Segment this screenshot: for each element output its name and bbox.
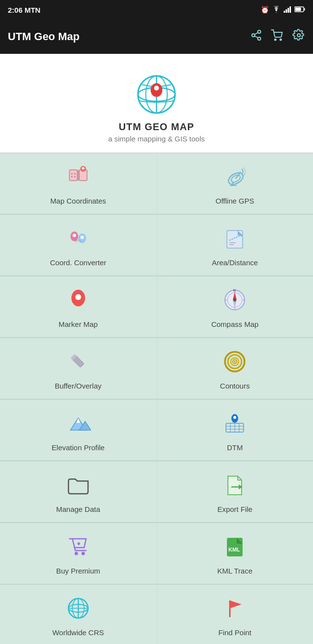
- worldwide-crs-label: Worldwide CRS: [52, 628, 104, 637]
- compass-map-icon: N: [222, 287, 247, 316]
- svg-point-29: [74, 176, 75, 178]
- svg-rect-1: [286, 9, 287, 13]
- svg-point-48: [75, 294, 81, 300]
- grid-item-elevation-profile[interactable]: Elevation Profile: [0, 400, 156, 461]
- svg-point-12: [275, 39, 276, 41]
- svg-point-20: [154, 86, 159, 91]
- kml-trace-icon: KML: [222, 534, 247, 563]
- grid-item-buffer-overlay[interactable]: Buffer/Overlay: [0, 338, 156, 399]
- svg-point-41: [79, 241, 81, 242]
- battery-icon: [294, 6, 305, 14]
- grid-menu: Map Coordinates Offline GPS: [0, 153, 313, 644]
- grid-item-manage-data[interactable]: Manage Data: [0, 461, 156, 523]
- coord-converter-icon: [66, 226, 91, 254]
- svg-point-27: [74, 173, 75, 175]
- alarm-icon: ⏰: [261, 6, 269, 14]
- offline-gps-label: Offline GPS: [216, 197, 254, 205]
- grid-item-dtm[interactable]: DTM: [157, 400, 313, 461]
- svg-text:KML: KML: [228, 547, 240, 552]
- svg-line-10: [255, 36, 258, 38]
- elevation-profile-label: Elevation Profile: [52, 443, 105, 452]
- worldwide-crs-icon: [66, 596, 91, 624]
- svg-point-25: [82, 167, 84, 170]
- grid-item-offline-gps[interactable]: Offline GPS: [157, 153, 313, 214]
- svg-rect-6: [295, 8, 301, 11]
- svg-point-36: [72, 234, 76, 237]
- contours-icon: [222, 349, 247, 378]
- marker-map-label: Marker Map: [59, 320, 98, 328]
- export-file-icon: [222, 472, 247, 501]
- app-bar-actions: [250, 29, 305, 45]
- svg-point-53: [233, 299, 236, 301]
- status-bar: 2:06 MTN ⏰: [0, 0, 313, 20]
- svg-rect-2: [288, 8, 289, 13]
- svg-point-28: [71, 176, 72, 178]
- buy-premium-icon: [66, 534, 91, 563]
- dtm-label: DTM: [227, 443, 243, 452]
- svg-point-78: [233, 416, 236, 419]
- svg-point-39: [77, 240, 79, 241]
- contours-label: Contours: [220, 382, 250, 390]
- grid-item-coord-converter[interactable]: Coord. Converter: [0, 215, 156, 276]
- svg-point-14: [297, 34, 300, 37]
- grid-item-worldwide-crs[interactable]: Worldwide CRS: [0, 585, 156, 644]
- app-name: UTM GEO MAP: [119, 121, 194, 133]
- dtm-icon: [222, 411, 247, 439]
- grid-item-contours[interactable]: Contours: [157, 338, 313, 399]
- grid-item-export-file[interactable]: Export File: [157, 461, 313, 523]
- area-distance-icon: [222, 226, 247, 254]
- svg-point-26: [71, 173, 72, 175]
- grid-item-find-point[interactable]: Find Point: [157, 585, 313, 644]
- offline-gps-icon: [222, 164, 247, 193]
- settings-icon[interactable]: [292, 29, 305, 45]
- app-subtitle: a simple mapping & GIS tools: [108, 135, 205, 143]
- manage-data-icon: [66, 472, 91, 501]
- manage-data-label: Manage Data: [56, 505, 100, 513]
- cart-icon[interactable]: [271, 29, 284, 44]
- app-logo: [132, 68, 181, 116]
- export-file-label: Export File: [217, 505, 252, 513]
- app-bar: UTM Geo Map: [0, 20, 313, 54]
- svg-line-11: [255, 33, 258, 35]
- svg-point-67: [234, 361, 236, 363]
- grid-item-kml-trace[interactable]: KML KML Trace: [157, 523, 313, 584]
- grid-item-marker-map[interactable]: Marker Map: [0, 276, 156, 338]
- svg-point-81: [74, 552, 78, 555]
- map-coordinates-label: Map Coordinates: [50, 197, 106, 205]
- area-distance-label: Area/Distance: [212, 258, 258, 267]
- buy-premium-label: Buy Premium: [56, 567, 100, 575]
- map-coordinates-icon: [66, 164, 91, 193]
- grid-item-buy-premium[interactable]: Buy Premium: [0, 523, 156, 584]
- signal-icon: [284, 6, 291, 14]
- compass-map-label: Compass Map: [211, 320, 259, 328]
- wifi-icon: [272, 6, 281, 14]
- coord-converter-label: Coord. Converter: [50, 258, 106, 267]
- elevation-profile-icon: [66, 411, 91, 439]
- grid-item-area-distance[interactable]: Area/Distance: [157, 215, 313, 276]
- buffer-overlay-icon: [66, 349, 91, 378]
- buffer-overlay-label: Buffer/Overlay: [55, 382, 102, 390]
- status-time: 2:06 MTN: [8, 6, 41, 14]
- find-point-label: Find Point: [218, 628, 251, 637]
- find-point-icon: [222, 596, 247, 624]
- kml-trace-label: KML Trace: [217, 567, 252, 575]
- svg-marker-93: [230, 600, 242, 608]
- header-banner: UTM GEO MAP a simple mapping & GIS tools: [0, 54, 313, 153]
- svg-point-38: [80, 236, 84, 239]
- svg-rect-0: [284, 11, 285, 13]
- app-bar-title: UTM Geo Map: [8, 30, 80, 43]
- svg-point-40: [75, 241, 77, 242]
- grid-item-map-coordinates[interactable]: Map Coordinates: [0, 153, 156, 214]
- status-icons: ⏰: [261, 6, 305, 14]
- svg-point-82: [81, 552, 85, 555]
- svg-rect-5: [304, 8, 305, 11]
- svg-rect-3: [290, 6, 291, 13]
- svg-rect-21: [69, 170, 77, 181]
- grid-item-compass-map[interactable]: N Compass Map: [157, 276, 313, 338]
- svg-point-13: [280, 39, 282, 41]
- marker-map-icon: [66, 287, 91, 316]
- share-icon[interactable]: [250, 29, 262, 44]
